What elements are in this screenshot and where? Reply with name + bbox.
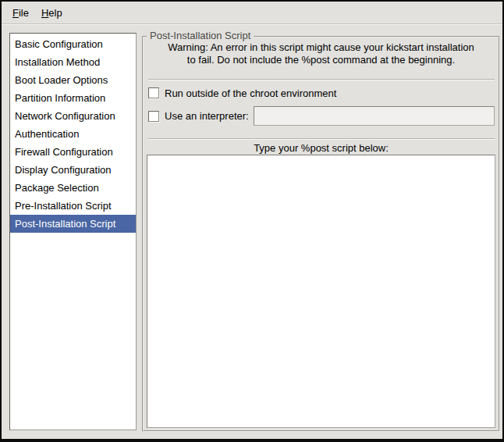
menu-help[interactable]: Help (35, 4, 69, 22)
separator-top (148, 79, 495, 80)
sidebar-item-package-selection[interactable]: Package Selection (10, 179, 136, 197)
warning-text: Warning: An error in this script might c… (147, 41, 495, 66)
script-area-label: Type your %post script below: (147, 142, 495, 154)
separator-bottom (148, 138, 495, 140)
interpreter-checkbox-label: Use an interpreter: (165, 110, 249, 122)
sidebar-item-post-installation-script[interactable]: Post-Installation Script (10, 215, 136, 233)
warning-line-2: to fail. Do not include the %post comman… (147, 54, 495, 66)
sidebar-item-partition-information[interactable]: Partition Information (10, 89, 136, 107)
warning-line-1: Warning: An error in this script might c… (147, 41, 495, 54)
chroot-option-row: Run outside of the chroot environment (148, 87, 382, 99)
interpreter-option-row: Use an interpreter: (148, 106, 495, 126)
sidebar-item-display-configuration[interactable]: Display Configuration (10, 161, 136, 179)
sidebar-list: Basic ConfigurationInstallation MethodBo… (9, 33, 137, 430)
frame-title: Post-Installation Script (147, 30, 254, 41)
sidebar-item-authentication[interactable]: Authentication (10, 125, 136, 143)
sidebar-item-installation-method[interactable]: Installation Method (10, 53, 136, 71)
interpreter-entry[interactable] (254, 106, 495, 126)
post-script-textarea[interactable] (147, 155, 495, 428)
sidebar-item-pre-installation-script[interactable]: Pre-Installation Script (10, 197, 136, 215)
chroot-checkbox[interactable] (148, 87, 159, 98)
interpreter-checkbox[interactable] (148, 111, 159, 122)
sidebar-item-network-configuration[interactable]: Network Configuration (10, 107, 136, 125)
menu-file[interactable]: File (6, 4, 35, 22)
chroot-checkbox-label: Run outside of the chroot environment (165, 87, 336, 99)
kickstart-configurator-window: File Help Basic ConfigurationInstallatio… (0, 0, 504, 442)
sidebar-item-firewall-configuration[interactable]: Firewall Configuration (10, 143, 136, 161)
sidebar-item-basic-configuration[interactable]: Basic Configuration (10, 35, 136, 53)
sidebar-item-boot-loader-options[interactable]: Boot Loader Options (10, 71, 136, 89)
menubar: File Help (2, 2, 502, 24)
